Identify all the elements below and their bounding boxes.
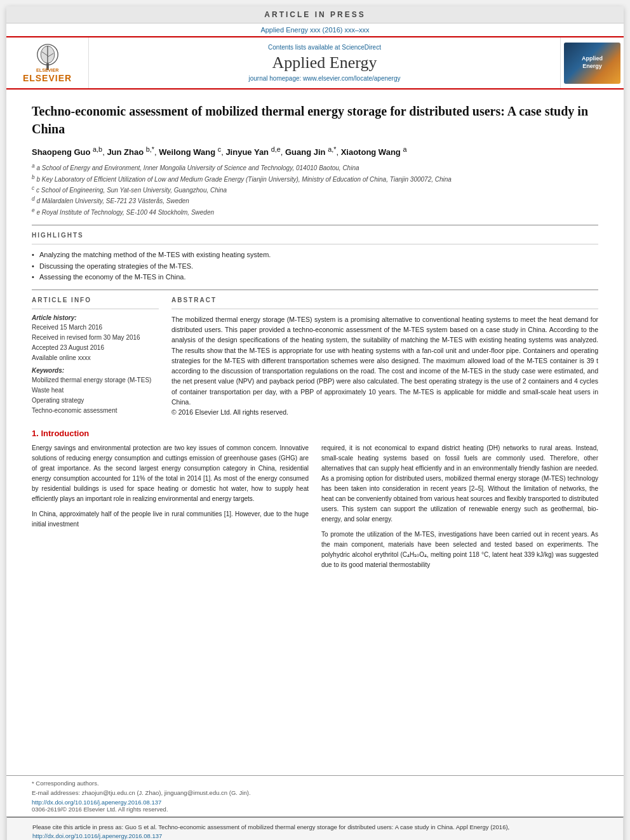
author-weilong: Weilong Wang c, <box>159 147 225 157</box>
intro-p2-text: In China, approximately half of the peop… <box>32 510 309 528</box>
article-info-content: Article history: Received 15 March 2016 … <box>32 314 159 416</box>
elsevier-logo: ELSEVIER ELSEVIER <box>23 43 72 83</box>
highlight-item-1: Analyzing the matching method of the M-T… <box>32 250 598 261</box>
intro-col-right: required, it is not economical to expand… <box>321 443 598 570</box>
keyword-4: Techno-economic assessment <box>32 406 159 416</box>
journal-title: Applied Energy <box>272 53 377 72</box>
citation-bar: Please cite this article in press as: Gu… <box>6 817 624 841</box>
keyword-3: Operating strategy <box>32 396 159 406</box>
article-history-label: Article history: <box>32 314 159 321</box>
divider-1 <box>32 225 598 225</box>
intro-body-cols: Energy savings and environmental protect… <box>32 443 598 570</box>
doi-link[interactable]: http://dx.doi.org/10.1016/j.apenergy.201… <box>32 799 598 806</box>
info-abstract-row: ARTICLE INFO Article history: Received 1… <box>32 297 598 418</box>
author-shaopeng: Shaopeng Guo a,b, <box>32 147 107 157</box>
keywords-label: Keywords: <box>32 367 159 374</box>
email-note: E-mail addresses: zhaojun@tju.edu.cn (J.… <box>32 789 598 796</box>
affiliations: a a School of Energy and Environment, In… <box>32 162 598 217</box>
accepted-line: Accepted 23 August 2016 <box>32 343 159 353</box>
issn-line: 0306-2619/© 2016 Elsevier Ltd. All right… <box>32 806 598 813</box>
author-jun: Jun Zhao b,*, <box>107 147 159 157</box>
journal-volume-text: Applied Energy xxx (2016) xxx–xxx <box>260 26 369 34</box>
citation-text: Please cite this article in press as: Gu… <box>32 823 509 830</box>
authors-line: Shaopeng Guo a,b, Jun Zhao b,*, Weilong … <box>32 145 598 157</box>
author-xiaotong: Xiaotong Wang a <box>341 147 407 157</box>
intro-p3: required, it is not economical to expand… <box>321 443 598 524</box>
highlights-header: HIGHLIGHTS <box>32 232 598 239</box>
page-footer: * Corresponding authors. E-mail addresse… <box>6 775 624 817</box>
sciencedirect-link[interactable]: ScienceDirect <box>342 44 381 51</box>
page: ARTICLE IN PRESS Applied Energy xxx (201… <box>6 6 624 840</box>
affiliation-e: e e Royal Institute of Technology, SE-10… <box>32 206 598 217</box>
article-info-header: ARTICLE INFO <box>32 297 159 303</box>
journal-title-box: Contents lists available at ScienceDirec… <box>89 37 560 88</box>
affiliation-d: d d Mälardalen University, SE-721 23 Väs… <box>32 195 598 206</box>
affiliation-a: a a School of Energy and Environment, In… <box>32 162 598 173</box>
doi-text: http://dx.doi.org/10.1016/j.apenergy.201… <box>32 799 161 806</box>
applied-energy-logo-box: AppliedEnergy <box>560 37 624 88</box>
journal-header: ELSEVIER ELSEVIER Contents lists availab… <box>6 36 624 90</box>
ae-logo-icon: AppliedEnergy <box>564 43 620 84</box>
author-guang: Guang Jin a,*, <box>285 147 341 157</box>
intro-p1: Energy savings and environmental protect… <box>32 443 309 504</box>
revised-line: Received in revised form 30 May 2016 <box>32 333 159 343</box>
keyword-1: Mobilized thermal energy storage (M-TES) <box>32 375 159 385</box>
highlights-list: Analyzing the matching method of the M-T… <box>32 250 598 283</box>
intro-col-left: Energy savings and environmental protect… <box>32 443 309 570</box>
abstract-text: The mobilized thermal energy storage (M-… <box>171 314 598 418</box>
journal-link-bar: Applied Energy xxx (2016) xxx–xxx <box>6 23 624 36</box>
received-line: Received 15 March 2016 <box>32 323 159 333</box>
divider-2 <box>32 290 598 290</box>
intro-p2: In China, approximately half of the peop… <box>32 509 309 530</box>
affiliation-c: c c School of Engineering, Sun Yat-sen U… <box>32 184 598 195</box>
author-jinyue: Jinyue Yan d,e, <box>225 147 285 157</box>
info-divider <box>32 309 159 309</box>
highlight-item-2: Discussing the operating strategies of t… <box>32 261 598 272</box>
elsevier-name: ELSEVIER <box>23 73 72 83</box>
keyword-2: Waste heat <box>32 385 159 396</box>
abstract-body: The mobilized thermal energy storage (M-… <box>171 316 598 406</box>
elsevier-logo-box: ELSEVIER ELSEVIER <box>6 37 89 88</box>
ae-logo-text: AppliedEnergy <box>582 55 603 70</box>
affiliation-b: b b Key Laboratory of Efficient Utilizat… <box>32 173 598 184</box>
highlight-item-3: Assessing the economy of the M-TES in Ch… <box>32 272 598 283</box>
contents-line: Contents lists available at ScienceDirec… <box>268 44 381 51</box>
journal-homepage: journal homepage: www.elsevier.com/locat… <box>248 75 400 82</box>
citation-doi-link[interactable]: http://dx.doi.org/10.1016/j.apenergy.201… <box>32 832 162 839</box>
abstract-col: ABSTRACT The mobilized thermal energy st… <box>171 297 598 418</box>
banner-text: ARTICLE IN PRESS <box>264 10 365 19</box>
corresponding-note: * Corresponding authors. <box>32 780 598 787</box>
abstract-divider <box>171 309 598 309</box>
available-line: Available online xxxx <box>32 353 159 363</box>
intro-heading: 1. Introduction <box>32 429 598 438</box>
elsevier-tree-icon: ELSEVIER <box>29 43 67 72</box>
abstract-header: ABSTRACT <box>171 297 598 303</box>
highlights-divider <box>32 244 598 244</box>
highlights-section: HIGHLIGHTS Analyzing the matching method… <box>32 232 598 283</box>
article-info-col: ARTICLE INFO Article history: Received 1… <box>32 297 159 418</box>
intro-p4: To promote the utilization of the M-TES,… <box>321 530 598 570</box>
abstract-copyright: © 2016 Elsevier Ltd. All rights reserved… <box>171 408 288 416</box>
svg-text:ELSEVIER: ELSEVIER <box>36 67 59 72</box>
aip-banner: ARTICLE IN PRESS <box>6 6 624 23</box>
article-title: Techno-economic assessment of mobilized … <box>32 102 598 138</box>
article-content: Techno-economic assessment of mobilized … <box>6 90 624 775</box>
introduction-section: 1. Introduction Energy savings and envir… <box>32 429 598 570</box>
